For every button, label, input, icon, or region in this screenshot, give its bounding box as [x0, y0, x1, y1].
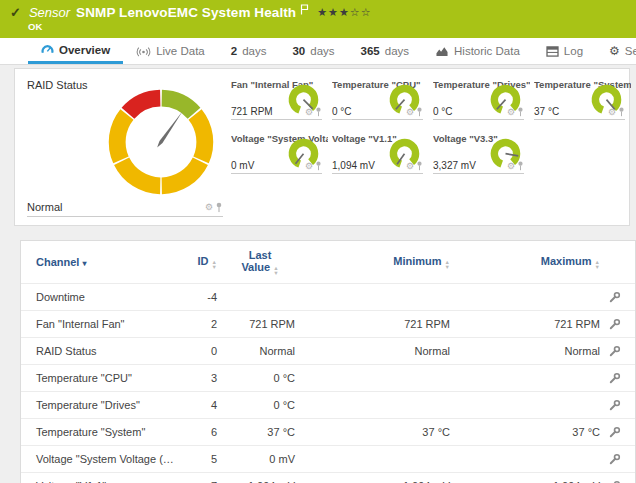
- gear-icon[interactable]: ⚙: [406, 162, 414, 170]
- tab-live-data[interactable]: Live Data: [123, 38, 218, 64]
- edit-channel-wrench-icon[interactable]: [608, 453, 621, 466]
- gauge-cell-voltage-v11[interactable]: Voltage "V1.1" 1,094 mV ⚙: [328, 127, 429, 181]
- gear-icon[interactable]: ⚙: [205, 203, 213, 211]
- channel-name: RAID Status: [21, 345, 181, 357]
- settings-gear-icon: ⚙: [609, 44, 620, 58]
- maximum-value: 37 °C: [454, 426, 604, 438]
- pin-icon[interactable]: [517, 107, 524, 117]
- maximum-value: Normal: [454, 345, 604, 357]
- gauge-value: 1,094 mV: [332, 160, 406, 171]
- column-header-id[interactable]: ID▲▼: [181, 255, 221, 269]
- column-header-maximum-label: Maximum: [541, 255, 592, 267]
- maximum-value: 721 RPM: [454, 318, 604, 330]
- column-header-minimum-label: Minimum: [393, 255, 441, 267]
- channel-name: Fan "Internal Fan": [21, 318, 181, 330]
- channel-name: Downtime: [21, 291, 181, 303]
- gauge-cell-internal-fan[interactable]: Fan "Internal Fan" 721 RPM ⚙: [227, 73, 328, 127]
- table-row-system-voltage: Voltage "System Voltage (… 5 0 mV: [21, 445, 635, 472]
- pin-icon[interactable]: [215, 202, 223, 213]
- gear-icon[interactable]: ⚙: [507, 162, 515, 170]
- status-badge: OK: [28, 21, 636, 32]
- minimum-value: 37 °C: [299, 426, 454, 438]
- pin-icon[interactable]: [416, 107, 423, 117]
- gauge-value: 0 °C: [433, 106, 507, 117]
- tab-log[interactable]: Log: [533, 38, 596, 64]
- edit-channel-wrench-icon[interactable]: [608, 399, 621, 412]
- edit-channel-wrench-icon[interactable]: [608, 372, 621, 385]
- tab-365-days[interactable]: 365 days: [348, 38, 422, 64]
- status-ok-check-icon: ✓: [10, 5, 21, 20]
- raid-status-value-link[interactable]: Normal: [27, 201, 205, 213]
- sort-icon: ▲▼: [273, 266, 278, 275]
- edit-channel-wrench-icon[interactable]: [608, 426, 621, 439]
- raid-gauge-title: RAID Status: [27, 79, 88, 91]
- gauge-cell-voltage-v33[interactable]: Voltage "V3.3" 3,327 mV ⚙: [429, 127, 530, 181]
- minimum-value: 721 RPM: [299, 318, 454, 330]
- tab-2-days-label: days: [242, 45, 266, 57]
- last-value: 37 °C: [221, 426, 299, 438]
- edit-channel-wrench-icon[interactable]: [608, 345, 621, 358]
- edit-channel-wrench-icon[interactable]: [608, 480, 621, 483]
- channel-table-header: Channel▾ ID▲▼ Last Value▲▼ Minimum▲▼ Max…: [21, 241, 635, 283]
- gauge-needle: [157, 111, 183, 148]
- tab-historic-data[interactable]: Historic Data: [422, 38, 533, 64]
- tab-365-days-number: 365: [361, 45, 380, 57]
- column-header-last-value[interactable]: Last Value▲▼: [221, 249, 299, 275]
- tab-30-days[interactable]: 30 days: [279, 38, 347, 64]
- tab-30-days-label: days: [310, 45, 334, 57]
- table-row-voltage-v11: Voltage "V1.1" 7 1,094 mV 1,094 mV 1,094…: [21, 472, 635, 483]
- gear-icon[interactable]: ⚙: [305, 162, 313, 170]
- raid-status-gauge: [102, 83, 220, 201]
- table-row-temp-cpu: Temperature "CPU" 3 0 °C: [21, 364, 635, 391]
- tab-365-days-label: days: [385, 45, 409, 57]
- channel-id: -4: [181, 291, 221, 303]
- gauge-icon: [41, 43, 54, 56]
- pin-icon[interactable]: [315, 107, 322, 117]
- column-header-maximum[interactable]: Maximum▲▼: [454, 255, 604, 269]
- sort-icon: ▲▼: [212, 260, 217, 269]
- tab-overview[interactable]: Overview: [28, 38, 123, 64]
- gear-icon[interactable]: ⚙: [305, 108, 313, 116]
- channel-name: Voltage "System Voltage (…: [21, 453, 181, 465]
- edit-channel-wrench-icon[interactable]: [608, 318, 621, 331]
- pin-icon[interactable]: [315, 161, 322, 171]
- gauge-cell-temp-system[interactable]: Temperature "System" 37 °C ⚙: [530, 73, 631, 127]
- column-header-channel-label: Channel: [36, 256, 79, 268]
- pin-icon[interactable]: [416, 161, 423, 171]
- sensor-header: ✓ Sensor SNMP LenovoEMC System Health ★★…: [0, 0, 636, 38]
- column-header-channel[interactable]: Channel▾: [21, 256, 181, 268]
- pin-icon[interactable]: [618, 107, 625, 117]
- edit-channel-wrench-icon[interactable]: [608, 291, 621, 304]
- table-row-temp-drives: Temperature "Drives" 4 0 °C: [21, 391, 635, 418]
- tab-settings[interactable]: ⚙ Settings: [596, 38, 636, 64]
- column-header-minimum[interactable]: Minimum▲▼: [299, 255, 454, 269]
- channel-id: 3: [181, 372, 221, 384]
- gear-icon[interactable]: ⚙: [608, 108, 616, 116]
- tab-2-days[interactable]: 2 days: [218, 38, 280, 64]
- table-row-raid-status: RAID Status 0 Normal Normal Normal: [21, 337, 635, 364]
- sensor-kind-label: Sensor: [29, 5, 70, 20]
- last-value: 721 RPM: [221, 318, 299, 330]
- channel-id: 6: [181, 426, 221, 438]
- table-row-downtime: Downtime -4: [21, 283, 635, 310]
- last-value: Normal: [221, 345, 299, 357]
- gauge-cell-temp-cpu[interactable]: Temperature "CPU" 0 °C ⚙: [328, 73, 429, 127]
- flag-icon[interactable]: [300, 1, 309, 19]
- channel-id: 4: [181, 399, 221, 411]
- pin-icon[interactable]: [517, 161, 524, 171]
- tab-2-days-number: 2: [231, 45, 237, 57]
- channel-table: Channel▾ ID▲▼ Last Value▲▼ Minimum▲▼ Max…: [20, 240, 636, 483]
- gear-icon[interactable]: ⚙: [406, 108, 414, 116]
- sort-icon: ▲▼: [445, 260, 450, 269]
- gauge-cell-system-voltage[interactable]: Voltage "System Voltage (12… 0 mV ⚙: [227, 127, 328, 181]
- channel-id: 5: [181, 453, 221, 465]
- overview-panel: RAID Status Normal ⚙ Fan "Internal Fan" …: [14, 68, 630, 226]
- log-icon: [546, 46, 559, 57]
- gear-icon[interactable]: ⚙: [507, 108, 515, 116]
- channel-name: Temperature "Drives": [21, 399, 181, 411]
- gauge-cell-temp-drives[interactable]: Temperature "Drives" 0 °C ⚙: [429, 73, 530, 127]
- page-title: SNMP LenovoEMC System Health: [76, 5, 296, 20]
- gauge-value: 721 RPM: [231, 106, 305, 117]
- priority-star-rating[interactable]: ★★★☆☆: [317, 6, 371, 19]
- tab-overview-label: Overview: [59, 44, 110, 56]
